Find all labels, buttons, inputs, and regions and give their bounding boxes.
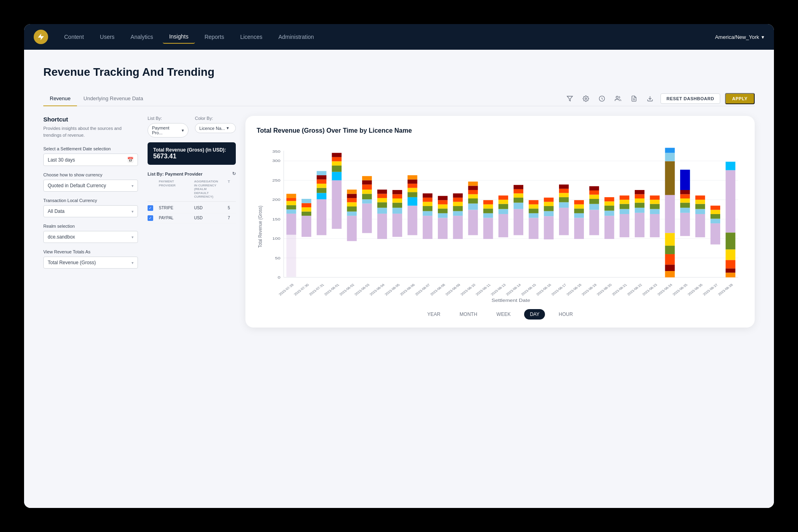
color-by-value: Licence Na... [199,126,225,131]
content-grid: Shortcut Provides insights about the sou… [43,116,755,328]
nav-content[interactable]: Content [58,30,90,43]
svg-text:2023-08-22: 2023-08-22 [626,283,643,296]
svg-rect-60 [362,190,372,194]
col-aggregation: AGGREGATIONIN CURRENCY(REALMDEFAULTCURRE… [194,180,226,199]
svg-rect-155 [604,197,614,202]
settlement-label: Select a Settlement Date selection [43,146,138,151]
svg-text:2023-08-18: 2023-08-18 [565,283,582,296]
hour-button[interactable]: HOUR [553,309,578,320]
list-by-label: List By: [148,116,188,121]
transaction-select[interactable]: All Data ▾ [43,205,138,217]
svg-text:2023-08-17: 2023-08-17 [551,283,567,296]
svg-text:200: 200 [272,198,280,202]
svg-rect-150 [589,186,599,190]
realm-select[interactable]: dce.sandbox ▾ [43,231,138,243]
svg-rect-79 [407,188,417,192]
svg-rect-34 [302,207,311,212]
document-icon[interactable] [628,93,640,104]
svg-rect-37 [317,199,326,235]
svg-rect-205 [725,269,735,273]
svg-rect-97 [453,206,463,211]
chevron-icon: ▾ [132,184,134,188]
color-by-dropdown[interactable]: Licence Na... ▾ [195,123,236,133]
svg-rect-139 [559,184,569,189]
year-button[interactable]: YEAR [421,309,446,320]
list-by-dropdown[interactable]: Payment Pro... ▾ [148,123,188,138]
svg-rect-173 [665,153,674,161]
filter-icon[interactable] [564,93,575,104]
svg-rect-127 [529,204,538,209]
apply-button[interactable]: APPLY [725,93,755,104]
settings-icon[interactable] [580,93,591,104]
svg-rect-28 [286,201,296,205]
reset-dashboard-button[interactable]: RESET DASHBOARD [660,93,720,104]
nav-analytics[interactable]: Analytics [124,30,160,43]
svg-rect-204 [725,260,735,269]
month-button[interactable]: MONTH [454,309,483,320]
svg-rect-180 [665,265,674,271]
tab-revenue[interactable]: Revenue [43,91,77,106]
svg-rect-142 [574,208,584,213]
chart-icon[interactable] [596,93,608,104]
refresh-icon[interactable]: ↻ [232,171,236,176]
list-by-section-title: List By: Payment Provider [148,172,203,176]
svg-rect-160 [620,196,629,200]
transaction-label: Transaction Local Currency [43,198,138,203]
svg-rect-146 [589,204,599,210]
svg-rect-186 [680,194,690,198]
paypal-currency: USD [194,216,226,220]
svg-rect-121 [514,193,523,198]
left-panel: Shortcut Provides insights about the sou… [43,116,148,275]
svg-rect-32 [302,216,311,237]
svg-text:150: 150 [272,217,280,221]
nav-logo[interactable] [34,30,48,44]
tab-underlying[interactable]: Underlying Revenue Data [77,91,150,106]
stripe-checkbox[interactable]: ✓ [148,205,153,211]
settlement-select[interactable]: Last 30 days 📅 [43,154,138,166]
svg-rect-57 [362,204,372,233]
svg-rect-47 [332,161,341,166]
svg-rect-167 [650,214,660,237]
timezone-selector[interactable]: America/New_York ▾ [715,34,764,40]
currency-select[interactable]: Quoted in Default Currency ▾ [43,180,138,192]
svg-text:2023-08-24: 2023-08-24 [656,283,673,296]
svg-rect-170 [650,200,660,204]
svg-rect-176 [665,195,674,233]
week-button[interactable]: WEEK [491,309,516,320]
svg-rect-161 [635,213,644,237]
users-icon[interactable] [612,93,624,104]
svg-text:2023-08-05: 2023-08-05 [384,283,401,296]
svg-rect-89 [438,218,448,239]
svg-text:2023-08-25: 2023-08-25 [672,283,689,296]
paypal-checkbox[interactable]: ✓ [148,215,153,221]
day-button[interactable]: DAY [524,309,545,320]
svg-text:2023-08-28: 2023-08-28 [717,283,734,296]
nav-licences[interactable]: Licences [234,30,269,43]
nav-administration[interactable]: Administration [272,30,320,43]
view-select[interactable]: Total Revenue (Gross) ▾ [43,257,138,269]
nav-insights[interactable]: Insights [163,30,195,44]
svg-rect-105 [468,190,478,194]
svg-rect-33 [302,212,311,216]
svg-rect-43 [317,171,326,176]
svg-rect-187 [680,190,690,194]
nav-reports[interactable]: Reports [198,30,231,43]
svg-rect-109 [483,213,493,218]
svg-rect-112 [483,200,493,204]
svg-rect-179 [665,254,674,265]
svg-rect-183 [680,208,690,213]
download-icon[interactable] [644,93,656,104]
list-by-value: Payment Pro... [152,125,180,135]
svg-rect-46 [332,166,341,172]
svg-rect-151 [604,216,614,239]
svg-rect-174 [665,148,674,153]
transaction-group: Transaction Local Currency All Data ▾ [43,198,138,217]
paypal-name: PAYPAL [159,216,192,220]
svg-rect-88 [423,193,432,198]
svg-rect-165 [635,194,644,198]
stripe-name: STRIPE [159,206,192,210]
svg-rect-181 [665,271,674,277]
svg-rect-196 [711,219,720,224]
nav-users[interactable]: Users [93,30,121,43]
list-by-col: List By: Payment Pro... ▾ [148,116,188,138]
